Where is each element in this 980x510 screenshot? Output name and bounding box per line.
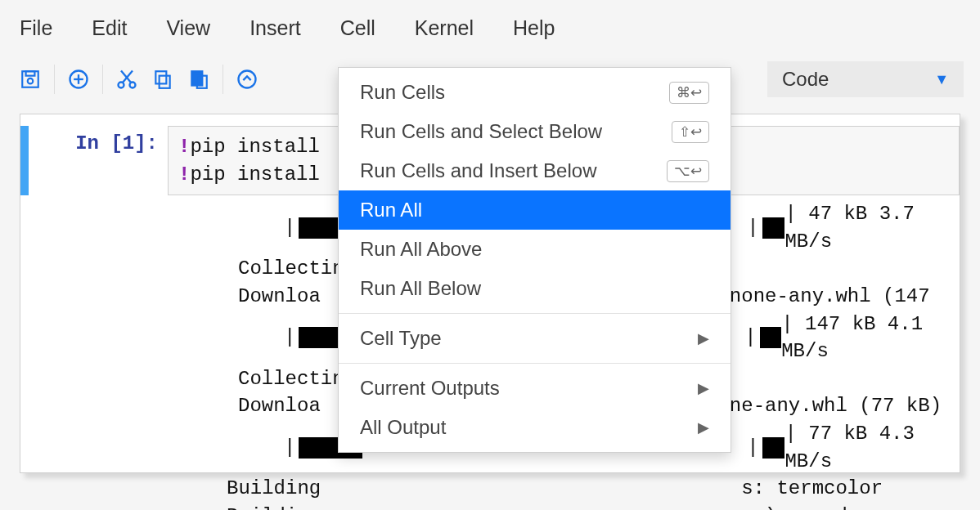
code-text: pip install xyxy=(190,136,319,158)
shortcut-badge: ⇧↩ xyxy=(672,121,709,143)
shortcut-badge: ⌘↩ xyxy=(669,82,709,104)
menu-run-cells-insert-below[interactable]: Run Cells and Insert Below ⌥↩ xyxy=(339,151,731,190)
progress-bar xyxy=(760,327,782,348)
save-button[interactable] xyxy=(16,65,44,93)
toolbar-divider xyxy=(223,65,223,94)
output-text: | 47 kB 3.7 MB/s xyxy=(784,200,960,255)
bang: ! xyxy=(178,163,190,186)
svg-rect-2 xyxy=(26,71,35,75)
output-text: Buildin xyxy=(227,503,309,510)
menu-label: Current Outputs xyxy=(360,377,500,400)
cut-button[interactable] xyxy=(113,65,141,93)
menu-separator xyxy=(339,313,731,314)
menu-run-cells-select-below[interactable]: Run Cells and Select Below ⇧↩ xyxy=(339,112,731,151)
menu-file[interactable]: File xyxy=(20,16,52,40)
copy-button[interactable] xyxy=(149,65,177,93)
svg-point-1 xyxy=(28,78,34,84)
shortcut-badge: ⌥↩ xyxy=(667,160,709,182)
cell-menu-dropdown: Run Cells ⌘↩ Run Cells and Select Below … xyxy=(338,67,731,453)
output-text: none-any.whl (147 xyxy=(730,283,930,311)
output-text: | 77 kB 4.3 MB/s xyxy=(784,420,960,475)
menu-cell-type[interactable]: Cell Type ▶ xyxy=(339,319,731,358)
cell-prompt: In [1]: xyxy=(29,126,168,195)
menu-all-output[interactable]: All Output ▶ xyxy=(339,408,731,447)
menu-label: Run Cells and Insert Below xyxy=(360,159,596,182)
menu-help[interactable]: Help xyxy=(513,16,555,40)
add-cell-button[interactable] xyxy=(65,65,92,93)
output-text: Downloa xyxy=(238,283,321,311)
menu-edit[interactable]: Edit xyxy=(92,16,127,40)
output-text: Collectin xyxy=(238,255,344,283)
output-pipe: | xyxy=(284,214,295,242)
output-pipe: | xyxy=(747,434,758,462)
output-pipe: | xyxy=(747,214,758,242)
menu-insert[interactable]: Insert xyxy=(249,16,301,40)
svg-rect-10 xyxy=(160,76,170,88)
paste-button[interactable] xyxy=(185,65,213,93)
output-text: .py) ... done xyxy=(730,503,883,510)
menu-current-outputs[interactable]: Current Outputs ▶ xyxy=(339,369,731,408)
output-text: s: termcolor xyxy=(741,475,883,503)
output-text: Building xyxy=(227,475,321,503)
caret-down-icon: ▼ xyxy=(934,71,949,88)
toolbar-divider xyxy=(102,65,103,94)
svg-point-7 xyxy=(130,83,136,88)
svg-line-8 xyxy=(123,71,133,83)
menu-label: Run Cells and Select Below xyxy=(360,120,602,143)
output-text: ne-any.whl (77 kB) xyxy=(730,392,942,420)
menu-label: All Output xyxy=(360,416,446,439)
cell-type-select[interactable]: Code ▼ xyxy=(767,61,964,97)
menu-run-all-above[interactable]: Run All Above xyxy=(339,230,731,269)
toolbar-divider xyxy=(54,65,55,94)
cell-type-value: Code xyxy=(782,68,829,91)
cell-gutter xyxy=(20,126,29,195)
submenu-caret-icon: ▶ xyxy=(698,418,709,436)
output-pipe: | xyxy=(744,324,756,351)
menu-label: Run All xyxy=(360,199,422,221)
menu-separator xyxy=(339,363,731,364)
svg-point-6 xyxy=(119,83,124,88)
menu-cell[interactable]: Cell xyxy=(340,16,375,40)
output-text: Downloa xyxy=(238,392,321,420)
bang: ! xyxy=(178,136,190,158)
output-text: Collectin xyxy=(238,365,344,393)
progress-bar xyxy=(762,437,785,459)
output-pipe: | xyxy=(284,434,295,462)
menu-run-cells[interactable]: Run Cells ⌘↩ xyxy=(339,73,731,112)
menu-run-all[interactable]: Run All xyxy=(339,190,731,230)
menu-label: Run Cells xyxy=(360,81,445,104)
svg-rect-11 xyxy=(155,71,166,83)
move-up-button[interactable] xyxy=(233,65,261,93)
menu-label: Cell Type xyxy=(360,327,442,350)
code-text: pip install xyxy=(190,163,319,186)
menu-kernel[interactable]: Kernel xyxy=(415,16,474,40)
svg-point-14 xyxy=(239,71,256,88)
progress-bar xyxy=(762,217,785,239)
submenu-caret-icon: ▶ xyxy=(698,329,709,347)
svg-line-9 xyxy=(121,71,131,83)
menubar: File Edit View Insert Cell Kernel Help xyxy=(0,0,980,55)
menu-label: Run All Below xyxy=(360,277,481,300)
menu-label: Run All Above xyxy=(360,238,482,261)
output-pipe: | xyxy=(284,324,295,351)
menu-run-all-below[interactable]: Run All Below xyxy=(339,269,731,308)
output-text: | 147 kB 4.1 MB/s xyxy=(781,311,960,365)
menu-view[interactable]: View xyxy=(166,16,210,40)
submenu-caret-icon: ▶ xyxy=(698,379,709,397)
